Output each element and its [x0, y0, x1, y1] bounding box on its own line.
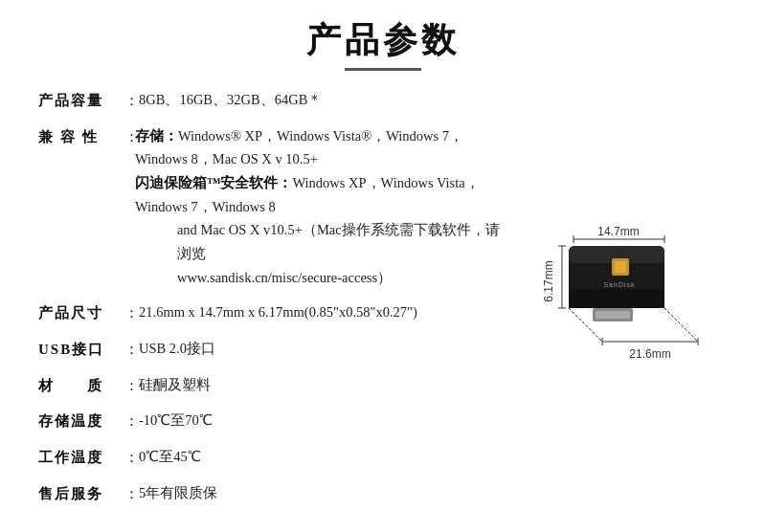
- spec-row-material: 材 质 ： 硅酮及塑料: [38, 373, 506, 398]
- spec-label-material: 材 质: [38, 373, 124, 398]
- spec-label-capacity: 产品容量: [38, 88, 124, 113]
- spec-row-after-sales: 售后服务 ： 5年有限质保: [38, 481, 506, 506]
- spec-label-after-sales: 售后服务: [38, 481, 124, 506]
- spec-label-storage-temp: 存储温度: [38, 409, 124, 433]
- spec-sep-usb: ：: [124, 337, 139, 362]
- content-area: 产品容量 ： 8GB、16GB、32GB、64GB＊ 兼 容 性 ： 存储：Wi…: [38, 88, 727, 518]
- spec-sep-material: ：: [124, 373, 139, 398]
- compat-storage-line: 存储：Windows® XP，Windows Vista®，Windows 7，…: [135, 128, 463, 167]
- spec-label-usb: USB接口: [38, 337, 124, 362]
- spec-sep-dimensions: ：: [124, 300, 139, 325]
- spec-value-compatibility: 存储：Windows® XP，Windows Vista®，Windows 7，…: [135, 124, 506, 289]
- title-section: 产品参数: [38, 17, 727, 71]
- page-title: 产品参数: [38, 17, 727, 64]
- svg-text:SanDisk: SanDisk: [603, 281, 635, 288]
- svg-rect-6: [569, 289, 664, 308]
- compat-software-url: www.sandisk.cn/misc/secure-access）: [135, 266, 506, 290]
- spec-label-compatibility: 兼 容 性: [38, 124, 124, 149]
- svg-rect-8: [615, 261, 626, 273]
- svg-text:21.6mm: 21.6mm: [629, 347, 670, 361]
- spec-row-capacity: 产品容量 ： 8GB、16GB、32GB、64GB＊: [38, 88, 506, 113]
- compat-storage-label: 存储：: [135, 128, 178, 144]
- spec-row-dimensions: 产品尺寸 ： 21.6mm x 14.7mm x 6.17mm(0.85"x0.…: [38, 300, 506, 325]
- page: 产品参数 产品容量 ： 8GB、16GB、32GB、64GB＊ 兼 容 性 ： …: [0, 0, 765, 532]
- spec-row-compatibility: 兼 容 性 ： 存储：Windows® XP，Windows Vista®，Wi…: [38, 124, 506, 289]
- spec-value-after-sales: 5年有限质保: [139, 481, 217, 505]
- spec-sep-capacity: ：: [124, 88, 139, 113]
- spec-value-capacity: 8GB、16GB、32GB、64GB＊: [139, 88, 322, 112]
- usb-drive-svg: 14.7mm SanDisk: [516, 222, 727, 413]
- title-underline: [345, 68, 421, 71]
- svg-text:6.17mm: 6.17mm: [542, 260, 555, 301]
- spec-label-dimensions: 产品尺寸: [38, 300, 124, 325]
- spec-value-dimensions: 21.6mm x 14.7mm x 6.17mm(0.85"x0.58"x0.2…: [139, 300, 417, 324]
- spec-value-usb: USB 2.0接口: [139, 337, 215, 361]
- usb-drive-illustration: 14.7mm SanDisk: [516, 222, 727, 417]
- spec-value-material: 硅酮及塑料: [139, 373, 211, 397]
- spec-row-usb: USB接口 ： USB 2.0接口: [38, 337, 506, 362]
- spec-row-work-temp: 工作温度 ： 0℃至45℃: [38, 445, 506, 470]
- compat-software-line: 闪迪保险箱™安全软件：Windows XP，Windows Vista，Wind…: [135, 171, 506, 289]
- specs-table: 产品容量 ： 8GB、16GB、32GB、64GB＊ 兼 容 性 ： 存储：Wi…: [38, 88, 506, 518]
- compat-software-label: 闪迪保险箱™安全软件：: [135, 175, 293, 190]
- spec-row-storage-temp: 存储温度 ： -10℃至70℃: [38, 409, 506, 433]
- svg-text:14.7mm: 14.7mm: [597, 225, 639, 238]
- svg-line-16: [664, 308, 698, 342]
- spec-sep-storage-temp: ：: [124, 409, 139, 433]
- spec-value-storage-temp: -10℃至70℃: [139, 409, 213, 432]
- spec-sep-after-sales: ：: [124, 481, 139, 506]
- spec-label-work-temp: 工作温度: [38, 445, 124, 470]
- spec-sep-compatibility: ：: [124, 124, 135, 149]
- compat-software-cont: and Mac OS X v10.5+（Mac操作系统需下载软件，请浏览: [135, 218, 506, 265]
- spec-sep-work-temp: ：: [124, 445, 139, 470]
- spec-value-work-temp: 0℃至45℃: [139, 445, 201, 469]
- svg-rect-11: [596, 311, 630, 319]
